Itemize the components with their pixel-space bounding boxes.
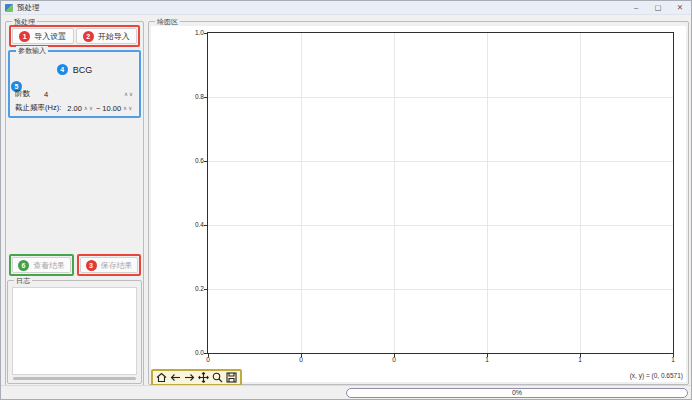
save-results-annotation: 3 保存结果 xyxy=(77,254,141,276)
gridline xyxy=(208,289,673,290)
y-tick-label: 0.2 xyxy=(184,285,204,292)
status-bar: 0% xyxy=(1,385,691,399)
cutoff-low-spinner-arrows-icon[interactable]: ∧∨ xyxy=(84,105,94,111)
gridline xyxy=(487,33,488,353)
y-tick xyxy=(204,97,207,98)
plot-axes[interactable]: 0 0 0 1 1 1 1.0 0.8 0.6 0.4 0.2 0.0 xyxy=(207,32,674,354)
gridline xyxy=(208,161,673,162)
x-tick-label: 0 xyxy=(293,356,309,363)
view-results-annotation: 6 查看结果 xyxy=(9,254,74,276)
window-title: 预处理 xyxy=(17,3,625,13)
badge-6: 6 xyxy=(18,260,29,271)
pan-icon[interactable] xyxy=(198,371,209,384)
zoom-icon[interactable] xyxy=(212,371,223,384)
gridline xyxy=(580,33,581,353)
minimize-button[interactable]: – xyxy=(625,1,647,15)
order-label: 阶数 xyxy=(15,89,30,99)
cursor-coordinates-readout: (x, y) = (0, 0.6571) xyxy=(630,372,683,379)
y-tick-label: 0.4 xyxy=(184,221,204,228)
forward-icon[interactable] xyxy=(184,371,195,384)
log-textarea[interactable] xyxy=(12,287,137,375)
x-tick-label: 1 xyxy=(665,356,681,363)
plot-toolbar xyxy=(151,369,242,386)
y-tick-label: 0.8 xyxy=(184,93,204,100)
gridline xyxy=(208,225,673,226)
badge-4: 4 xyxy=(57,64,68,75)
plot-panel-label: 绘图区 xyxy=(155,17,180,26)
x-tick-label: 1 xyxy=(572,356,588,363)
import-settings-button[interactable]: 1 导入设置 xyxy=(12,28,74,44)
title-bar: 预处理 – ▢ ✕ xyxy=(1,1,691,15)
param-input-group: 参数输入 4 BCG 5 阶数 4 ∧∨ 截止频率(Hz): 2.00 ∧∨ ~… xyxy=(8,50,141,118)
cutoff-row: 截止频率(Hz): 2.00 ∧∨ ~ 10.00 ∧∨ xyxy=(15,103,134,113)
save-results-label: 保存结果 xyxy=(101,260,133,271)
start-import-button[interactable]: 2 开始导入 xyxy=(76,28,138,44)
cutoff-separator: ~ xyxy=(96,104,100,113)
gridline xyxy=(208,97,673,98)
view-results-label: 查看结果 xyxy=(33,260,65,271)
start-import-label: 开始导入 xyxy=(98,31,130,42)
save-icon[interactable] xyxy=(226,371,237,384)
y-tick xyxy=(204,353,207,354)
cutoff-high-spinner-arrows-icon[interactable]: ∧∨ xyxy=(123,105,133,111)
log-horizontal-scrollbar[interactable] xyxy=(13,377,136,380)
y-tick xyxy=(204,225,207,226)
gridline xyxy=(301,33,302,353)
order-spinner-arrows-icon[interactable]: ∧∨ xyxy=(124,91,134,97)
back-icon[interactable] xyxy=(170,371,181,384)
x-tick-label: 1 xyxy=(479,356,495,363)
import-settings-label: 导入设置 xyxy=(34,31,66,42)
view-results-button[interactable]: 6 查看结果 xyxy=(12,257,71,273)
param-input-label: 参数输入 xyxy=(16,46,48,55)
home-icon[interactable] xyxy=(156,371,167,384)
x-tick-label: 0 xyxy=(386,356,402,363)
log-group: 日志 xyxy=(7,280,142,384)
app-icon xyxy=(5,4,13,12)
x-tick-label: 0 xyxy=(200,356,216,363)
log-group-label: 日志 xyxy=(14,276,32,285)
y-tick xyxy=(204,161,207,162)
maximize-button[interactable]: ▢ xyxy=(647,1,669,15)
import-buttons-annotation: 1 导入设置 2 开始导入 xyxy=(9,25,140,47)
badge-1: 1 xyxy=(19,31,30,42)
y-tick-label: 1.0 xyxy=(184,29,204,36)
cutoff-label: 截止频率(Hz): xyxy=(15,103,61,113)
badge-2: 2 xyxy=(83,31,94,42)
plot-panel: 绘图区 0 0 0 1 1 1 1.0 0.8 0.6 xyxy=(148,21,689,385)
signal-type-row[interactable]: 4 BCG xyxy=(10,64,139,75)
y-tick xyxy=(204,33,207,34)
order-spinbox[interactable]: 4 xyxy=(44,90,124,99)
gridline xyxy=(394,33,395,353)
y-tick-label: 0.0 xyxy=(184,349,204,356)
cutoff-high-spinbox[interactable]: 10.00 xyxy=(102,104,121,113)
save-results-button[interactable]: 3 保存结果 xyxy=(80,257,138,273)
signal-type-label: BCG xyxy=(73,65,93,75)
preprocess-panel: 预处理 1 导入设置 2 开始导入 参数输入 4 BCG 5 阶数 4 ∧∨ 截… xyxy=(5,21,144,387)
close-button[interactable]: ✕ xyxy=(669,1,691,15)
y-tick xyxy=(204,289,207,290)
order-row: 阶数 4 ∧∨ xyxy=(15,89,134,99)
cutoff-low-spinbox[interactable]: 2.00 xyxy=(67,104,82,113)
badge-3: 3 xyxy=(86,260,97,271)
progress-bar: 0% xyxy=(346,388,688,398)
y-tick-label: 0.6 xyxy=(184,157,204,164)
